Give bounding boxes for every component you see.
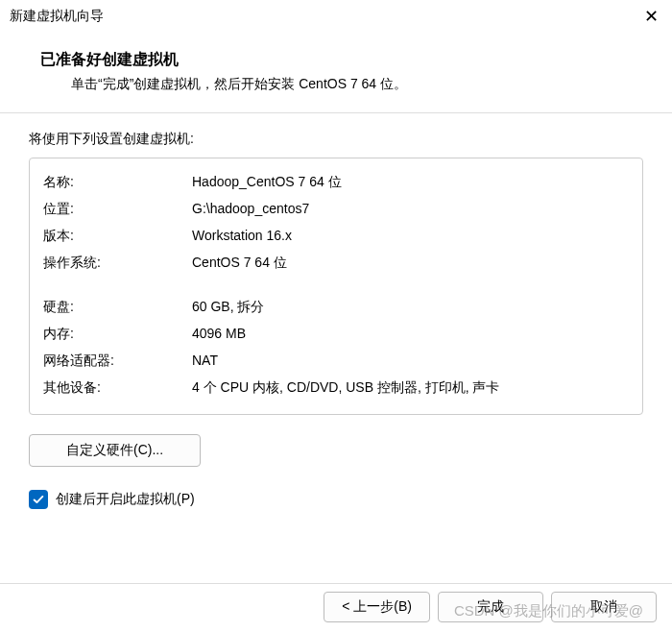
page-subheading: 单击“完成”创建虚拟机，然后开始安装 CentOS 7 64 位。	[40, 70, 634, 93]
network-label: 网络适配器:	[43, 350, 192, 371]
other-value: 4 个 CPU 内核, CD/DVD, USB 控制器, 打印机, 声卡	[192, 377, 629, 398]
name-value: Hadoop_CentOS 7 64 位	[192, 171, 629, 192]
finish-button[interactable]: 完成	[438, 592, 543, 622]
summary-row-other: 其他设备: 4 个 CPU 内核, CD/DVD, USB 控制器, 打印机, …	[43, 374, 629, 401]
disk-label: 硬盘:	[43, 296, 192, 317]
version-value: Workstation 16.x	[192, 225, 629, 246]
other-label: 其他设备:	[43, 377, 192, 398]
summary-row-network: 网络适配器: NAT	[43, 347, 629, 374]
location-label: 位置:	[43, 198, 192, 219]
summary-row-disk: 硬盘: 60 GB, 拆分	[43, 293, 629, 320]
os-label: 操作系统:	[43, 252, 192, 273]
os-value: CentOS 7 64 位	[192, 252, 629, 273]
summary-row-version: 版本: Workstation 16.x	[43, 222, 629, 249]
cancel-button[interactable]: 取消	[551, 592, 657, 622]
customize-hardware-button[interactable]: 自定义硬件(C)...	[29, 434, 201, 467]
memory-value: 4096 MB	[192, 323, 629, 344]
summary-row-location: 位置: G:\hadoop_centos7	[43, 195, 629, 222]
close-icon[interactable]: ✕	[641, 6, 660, 27]
power-on-checkbox[interactable]	[29, 490, 48, 509]
memory-label: 内存:	[43, 323, 192, 344]
summary-box: 名称: Hadoop_CentOS 7 64 位 位置: G:\hadoop_c…	[29, 158, 643, 415]
version-label: 版本:	[43, 225, 192, 246]
name-label: 名称:	[43, 171, 192, 192]
network-value: NAT	[192, 350, 629, 371]
summary-label: 将使用下列设置创建虚拟机:	[0, 113, 672, 158]
check-icon	[32, 493, 45, 506]
disk-value: 60 GB, 拆分	[192, 296, 629, 317]
location-value: G:\hadoop_centos7	[192, 198, 629, 219]
page-heading: 已准备好创建虚拟机	[40, 50, 634, 70]
summary-row-memory: 内存: 4096 MB	[43, 320, 629, 347]
summary-row-name: 名称: Hadoop_CentOS 7 64 位	[43, 168, 629, 195]
window-title: 新建虚拟机向导	[10, 8, 104, 25]
footer: < 上一步(B) 完成 取消	[0, 583, 672, 632]
power-on-label: 创建后开启此虚拟机(P)	[56, 491, 195, 508]
summary-row-os: 操作系统: CentOS 7 64 位	[43, 249, 629, 276]
back-button[interactable]: < 上一步(B)	[324, 592, 430, 622]
